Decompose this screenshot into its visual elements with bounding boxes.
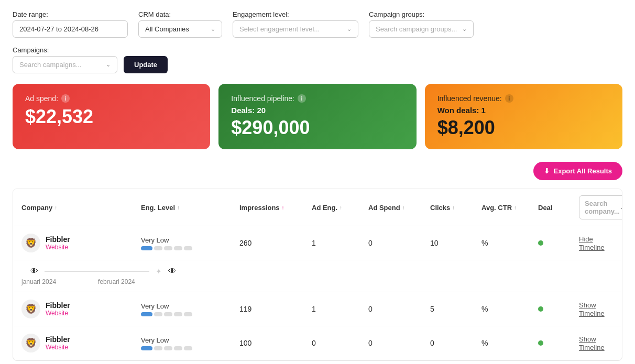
impressions-1: 260 xyxy=(239,239,308,247)
revenue-card: Influenced revenue: i Won deals: 1 $8,20… xyxy=(425,84,622,149)
campaign-groups-chevron-icon: ⌄ xyxy=(462,26,467,32)
ad-spend-info-icon: i xyxy=(61,94,70,103)
deal-2 xyxy=(538,306,575,312)
revenue-value: $8,200 xyxy=(437,117,610,139)
campaign-groups-input[interactable]: Search campaign groups... ⌄ xyxy=(369,20,474,38)
eng-seg-active-2 xyxy=(141,312,152,316)
crm-filter: CRM data: All Companies ⌄ xyxy=(138,10,222,38)
th-impressions: Impressions ↑ xyxy=(239,204,308,212)
engagement-placeholder: Select engagement level... xyxy=(239,25,320,33)
eng-sort-icon[interactable]: ↑ xyxy=(177,205,180,211)
revenue-label: Influenced revenue: i xyxy=(437,94,610,103)
clicks-2: 5 xyxy=(430,305,477,313)
export-icon: ⬇ xyxy=(544,167,550,175)
timeline-date-1: januari 2024 xyxy=(21,278,56,285)
sparkle-icon: ✦ xyxy=(156,267,162,275)
avg-ctr-sort-icon[interactable]: ↑ xyxy=(514,205,517,211)
timeline-action-2[interactable]: Show Timeline xyxy=(579,301,614,317)
timeline-inner: 👁 ✦ 👁 xyxy=(21,267,614,276)
th-clicks: Clicks ↑ xyxy=(430,204,477,212)
engagement-label: Engagement level: xyxy=(233,10,358,18)
th-company: Company ↑ xyxy=(21,204,137,212)
pipeline-value: $290,000 xyxy=(231,117,403,139)
company-link-2[interactable]: Website xyxy=(46,310,70,317)
eng-label-2: Very Low xyxy=(141,302,235,310)
eng-seg-active xyxy=(141,246,152,250)
update-button[interactable]: Update xyxy=(124,56,168,73)
timeline-action-1[interactable]: Hide Timeline xyxy=(579,235,614,251)
ad-eng-sort-icon[interactable]: ↑ xyxy=(340,205,342,211)
th-ad-spend: Ad Spend ↑ xyxy=(368,204,426,212)
ad-spend-label: Ad spend: i xyxy=(25,94,198,103)
company-logo-2: 🦁 xyxy=(21,300,40,318)
company-link-1[interactable]: Website xyxy=(46,244,70,251)
campaigns-label: Campaigns: xyxy=(13,46,117,54)
eng-seg-1 xyxy=(154,246,162,250)
export-button[interactable]: ⬇ Export All Results xyxy=(533,162,622,180)
date-range-filter: Date range: 2024-07-27 to 2024-08-26 xyxy=(13,10,128,38)
pipeline-sublabel: Deals: 20 xyxy=(231,106,403,115)
ad-spend-sort-icon[interactable]: ↑ xyxy=(402,205,405,211)
th-search-company: Search company... ⌄ xyxy=(579,195,622,219)
revenue-sublabel: Won deals: 1 xyxy=(437,106,610,115)
ad-spend-3: 0 xyxy=(368,339,426,347)
company-link-3[interactable]: Website xyxy=(46,344,70,351)
engagement-filter: Engagement level: Select engagement leve… xyxy=(233,10,358,38)
ad-spend-2: 0 xyxy=(368,305,426,313)
eng-seg-active-3 xyxy=(141,346,152,350)
campaigns-input[interactable]: Search campaigns... ⌄ xyxy=(13,56,117,73)
ad-eng-2: 1 xyxy=(312,305,364,313)
th-eng-level: Eng. Level ↑ xyxy=(141,204,235,212)
clicks-sort-icon[interactable]: ↑ xyxy=(452,205,455,211)
export-label: Export All Results xyxy=(554,167,612,175)
search-company-placeholder: Search company... xyxy=(585,200,620,215)
avg-ctr-1: % xyxy=(481,239,534,247)
timeline-date-2: februari 2024 xyxy=(98,278,135,285)
eng-cell-1: Very Low xyxy=(141,236,235,250)
clicks-3: 0 xyxy=(430,339,477,347)
th-ad-eng: Ad Eng. ↑ xyxy=(312,204,364,212)
ad-spend-card: Ad spend: i $22,532 xyxy=(13,84,210,149)
crm-input[interactable]: All Companies ⌄ xyxy=(138,20,222,38)
campaigns-row: Campaigns: Search campaigns... ⌄ Update xyxy=(13,46,622,73)
eng-label-1: Very Low xyxy=(141,236,235,244)
date-range-input[interactable]: 2024-07-27 to 2024-08-26 xyxy=(13,20,128,38)
campaigns-placeholder: Search campaigns... xyxy=(19,61,82,69)
engagement-chevron-icon: ⌄ xyxy=(347,26,352,32)
eye-icon-left: 👁 xyxy=(30,267,38,276)
crm-label: CRM data: xyxy=(138,10,222,18)
search-company-input[interactable]: Search company... ⌄ xyxy=(579,195,622,219)
impressions-3: 100 xyxy=(239,339,308,347)
eng-bar-2 xyxy=(141,312,235,316)
company-sort-icon[interactable]: ↑ xyxy=(54,205,57,211)
ad-eng-3: 0 xyxy=(312,339,364,347)
ad-spend-1: 0 xyxy=(368,239,426,247)
date-range-label: Date range: xyxy=(13,10,128,18)
timeline-action-3[interactable]: Show Timeline xyxy=(579,335,614,351)
campaign-groups-filter: Campaign groups: Search campaign groups.… xyxy=(369,10,474,38)
export-row: ⬇ Export All Results xyxy=(13,162,622,180)
deal-dot-3 xyxy=(538,340,543,346)
results-table: Company ↑ Eng. Level ↑ Impressions ↑ Ad … xyxy=(13,189,622,361)
engagement-input[interactable]: Select engagement level... ⌄ xyxy=(233,20,358,38)
deal-1 xyxy=(538,240,575,246)
table-header: Company ↑ Eng. Level ↑ Impressions ↑ Ad … xyxy=(13,189,622,226)
clicks-1: 10 xyxy=(430,239,477,247)
deal-dot-1 xyxy=(538,240,543,246)
search-company-chevron-icon: ⌄ xyxy=(620,204,622,211)
table-row: 🦁 Fibbler Website Very Low 119 xyxy=(13,292,622,326)
revenue-info-icon: i xyxy=(505,94,513,103)
company-name-3: Fibbler xyxy=(46,335,70,344)
avg-ctr-3: % xyxy=(481,339,534,347)
eng-seg-2 xyxy=(164,246,172,250)
impressions-sort-icon[interactable]: ↑ xyxy=(282,205,284,211)
eng-cell-3: Very Low xyxy=(141,336,235,350)
company-info-1: Fibbler Website xyxy=(46,235,70,251)
ad-spend-value: $22,532 xyxy=(25,106,198,128)
deal-3 xyxy=(538,340,575,346)
eng-bar-3 xyxy=(141,346,235,350)
company-cell-1: 🦁 Fibbler Website xyxy=(21,234,137,252)
table-row: 🦁 Fibbler Website Very Low 260 xyxy=(13,226,622,260)
metric-cards: Ad spend: i $22,532 Influenced pipeline:… xyxy=(13,84,622,149)
company-info-3: Fibbler Website xyxy=(46,335,70,351)
